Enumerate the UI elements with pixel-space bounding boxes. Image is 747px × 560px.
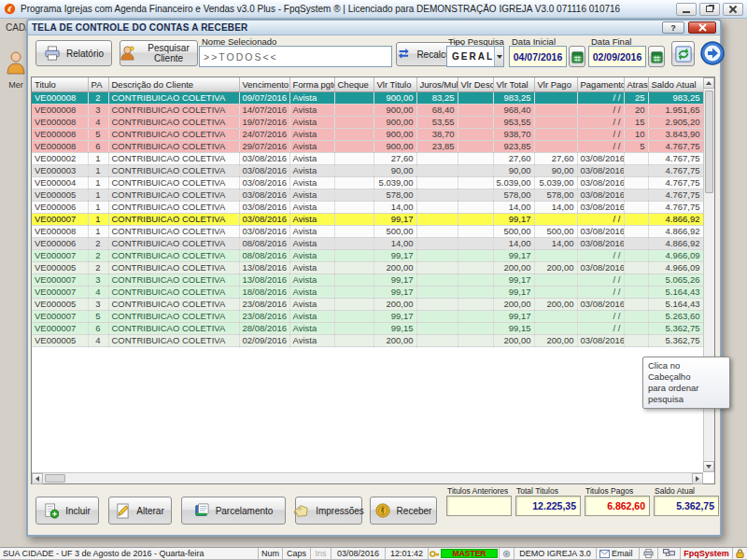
table-row[interactable]: VE0000051CONTRIBUICAO COLETIVA03/08/2016… [32,189,703,201]
status-printer[interactable] [640,548,658,559]
column-header-13[interactable]: Atraso [624,77,648,91]
search-type-dropdown[interactable]: GERAL [446,46,504,67]
cell [458,128,493,140]
table-row[interactable]: VE0000052CONTRIBUICAO COLETIVA13/08/2016… [32,261,703,273]
table-row[interactable]: VE0000081CONTRIBUICAO COLETIVA03/08/2016… [32,225,703,237]
close-button[interactable] [723,3,743,16]
cell: 99,17 [493,273,534,286]
dropdown-button[interactable] [494,47,503,66]
receive-button[interactable]: Receber [370,497,437,525]
table-row[interactable]: VE0000084CONTRIBUICAO COLETIVA19/07/2016… [32,116,703,128]
table-row[interactable]: VE0000062CONTRIBUICAO COLETIVA08/08/2016… [32,237,703,249]
table-row[interactable]: VE0000053CONTRIBUICAO COLETIVA23/08/2016… [32,298,703,310]
column-header-11[interactable]: Vlr Pago [534,77,577,91]
column-header-10[interactable]: Vlr Total [493,77,534,91]
column-header-12[interactable]: Pagamento [577,77,624,91]
table-row[interactable]: VE0000076CONTRIBUICAO COLETIVA28/08/2016… [32,322,703,334]
cell [416,176,458,189]
table-row[interactable]: VE0000054CONTRIBUICAO COLETIVA02/09/2016… [32,334,703,346]
cell: 923,85 [493,140,534,152]
date-start-calendar-button[interactable] [569,46,585,67]
column-header-7[interactable]: Vlr Titulo [374,77,416,91]
cell: VE000006 [32,237,88,249]
go-button[interactable] [699,40,726,66]
cell: / / [577,140,624,152]
restore-button[interactable] [699,3,720,16]
refresh-button[interactable] [671,41,695,66]
date-end-field[interactable]: 02/09/2016 [588,46,646,67]
table-row[interactable]: VE0000031CONTRIBUICAO COLETIVA03/08/2016… [32,164,703,176]
report-button[interactable]: Relatório [35,40,112,66]
date-end-calendar-button[interactable] [648,46,665,67]
table-row[interactable]: VE0000086CONTRIBUICAO COLETIVA29/07/2016… [32,140,703,152]
table-row[interactable]: VE0000074CONTRIBUICAO COLETIVA18/08/2016… [32,286,703,298]
column-header-5[interactable]: Forma pgto [289,77,334,91]
status-time: 12:01:42 [386,548,429,559]
column-header-1[interactable]: Titulo [32,77,88,91]
table-row[interactable]: VE0000061CONTRIBUICAO COLETIVA03/08/2016… [32,201,703,213]
status-email[interactable]: Email [597,548,640,559]
cell: VE000002 [32,152,88,164]
cell: 6 [88,140,108,152]
table-row-selected[interactable]: VE0000082CONTRIBUICAO COLETIVA09/07/2016… [32,91,703,104]
table-row[interactable]: VE0000041CONTRIBUICAO COLETIVA03/08/2016… [32,176,703,189]
scroll-down-button[interactable] [703,461,714,472]
table-row[interactable]: VE0000021CONTRIBUICAO COLETIVA03/08/2016… [32,152,703,164]
cell [416,189,458,201]
cell [416,225,458,237]
column-header-2[interactable]: PA [88,77,108,91]
column-header-14[interactable]: Saldo Atual [648,77,703,91]
cell [334,225,374,237]
table-row[interactable]: VE0000071CONTRIBUICAO COLETIVA03/08/2016… [32,213,703,225]
table-row[interactable]: VE0000073CONTRIBUICAO COLETIVA13/08/2016… [32,273,703,286]
dialog-close-button[interactable] [688,21,716,34]
column-header-8[interactable]: Juros/Multa [416,77,458,91]
cell [334,322,374,334]
column-header-9[interactable]: Vlr Desc. [458,77,493,91]
cell [624,286,648,298]
table-row[interactable]: VE0000083CONTRIBUICAO COLETIVA14/07/2016… [32,104,703,116]
cell: Avista [289,213,334,225]
sidebar-item-membros[interactable]: Mer [4,50,28,90]
help-button[interactable]: ? [662,21,684,34]
horizontal-scroll-thumb[interactable] [45,474,65,483]
search-client-button[interactable]: Pesquisar Cliente [120,40,198,66]
minimize-button[interactable] [676,3,697,16]
cell: 5 [624,140,648,152]
cell: CONTRIBUICAO COLETIVA [108,273,239,286]
include-button[interactable]: Incluir [35,497,99,525]
cell: 2 [88,261,108,273]
cell: 500,00 [534,225,577,237]
status-misc-icon-segment [500,548,514,559]
table-row[interactable]: VE0000075CONTRIBUICAO COLETIVA23/08/2016… [32,310,703,322]
table-row[interactable]: VE0000085CONTRIBUICAO COLETIVA24/07/2016… [32,128,703,140]
paid-titles-label: Titulos Pagos [585,486,633,496]
table-row[interactable]: VE0000072CONTRIBUICAO COLETIVA08/08/2016… [32,249,703,261]
cell: 200,00 [493,298,534,310]
scroll-right-button[interactable] [692,473,703,484]
column-header-3[interactable]: Descrição do Cliente [108,77,239,91]
horizontal-scrollbar[interactable] [32,472,703,483]
cell [534,116,577,128]
prints-button[interactable]: Impressões [295,497,362,525]
alter-button[interactable]: Alterar [108,497,172,525]
date-start-field[interactable]: 04/07/2016 [509,46,567,67]
installments-button[interactable]: Parcelamento [181,497,286,525]
cell: 02/09/2016 [239,334,289,346]
cell [334,164,374,176]
cell: 03/08/2016 [239,213,289,225]
column-header-6[interactable]: Cheque [334,77,374,91]
cell: 20 [624,104,648,116]
selected-name-field[interactable]: >>TODOS<< [199,46,392,67]
cell: CONTRIBUICAO COLETIVA [108,140,239,152]
cell: 1.951,65 [648,104,703,116]
scroll-up-button[interactable] [703,77,714,89]
screen: Programa Igrejas com Agenda Financeiro e… [0,0,747,560]
status-network[interactable] [658,548,681,559]
vertical-scroll-thumb[interactable] [705,91,713,193]
vertical-scrollbar[interactable] [703,77,714,472]
scroll-left-button[interactable] [32,473,43,484]
cell: CONTRIBUICAO COLETIVA [108,176,239,189]
cell [458,334,493,346]
column-header-4[interactable]: Vencimento [239,77,289,91]
